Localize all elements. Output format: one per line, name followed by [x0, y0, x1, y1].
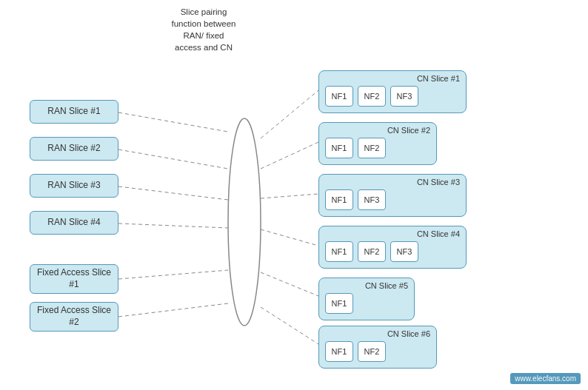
- nf-box-nf1-cn3: NF1: [325, 189, 353, 210]
- left-slice-fixed1: Fixed Access Slice #1: [30, 264, 118, 294]
- nf-box-nf3-cn4: NF3: [390, 241, 418, 262]
- nf-container-cn3: NF1NF3: [325, 189, 460, 210]
- nf-box-nf3-cn1: NF3: [390, 86, 418, 107]
- nf-box-nf1-cn5: NF1: [325, 293, 353, 314]
- cn-label-cn4: CN Slice #4: [325, 229, 460, 238]
- svg-line-7: [118, 223, 228, 228]
- left-slice-ran2: RAN Slice #2: [30, 137, 118, 161]
- nf-box-nf1-cn1: NF1: [325, 86, 353, 107]
- svg-line-4: [261, 142, 318, 169]
- svg-line-10: [261, 272, 318, 296]
- left-slice-ran4: RAN Slice #4: [30, 211, 118, 235]
- cn-label-cn2: CN Slice #2: [325, 126, 430, 135]
- svg-line-3: [118, 149, 228, 169]
- cn-slice-cn4: CN Slice #4NF1NF2NF3: [318, 226, 467, 269]
- svg-line-9: [118, 270, 228, 279]
- nf-container-cn2: NF1NF2: [325, 138, 430, 158]
- svg-line-11: [118, 303, 228, 317]
- cn-slice-cn6: CN Slice #6NF1NF2: [318, 326, 437, 369]
- svg-line-1: [118, 112, 228, 132]
- nf-container-cn6: NF1NF2: [325, 341, 430, 362]
- nf-container-cn1: NF1NF2NF3: [325, 86, 460, 107]
- cn-slice-cn3: CN Slice #3NF1NF3: [318, 174, 467, 217]
- cn-slice-cn2: CN Slice #2NF1NF2: [318, 122, 437, 165]
- nf-box-nf1-cn4: NF1: [325, 241, 353, 262]
- nf-box-nf2-cn6: NF2: [358, 341, 386, 362]
- left-slice-fixed2: Fixed Access Slice #2: [30, 302, 118, 332]
- nf-box-nf1-cn2: NF1: [325, 138, 353, 158]
- cn-slice-cn5: CN Slice #5NF1: [318, 278, 415, 320]
- svg-line-8: [261, 229, 318, 246]
- nf-container-cn5: NF1: [325, 293, 408, 314]
- cn-slice-cn1: CN Slice #1NF1NF2NF3: [318, 70, 467, 113]
- left-slice-ran3: RAN Slice #3: [30, 174, 118, 198]
- svg-line-2: [261, 90, 318, 138]
- nf-box-nf2-cn1: NF2: [358, 86, 386, 107]
- nf-box-nf3-cn3: NF3: [358, 189, 386, 210]
- cn-label-cn1: CN Slice #1: [325, 74, 460, 83]
- cn-label-cn5: CN Slice #5: [325, 281, 408, 290]
- diagram-area: Slice pairing function between RAN/ fixe…: [0, 0, 588, 390]
- nf-container-cn4: NF1NF2NF3: [325, 241, 460, 262]
- nf-box-nf2-cn2: NF2: [358, 138, 386, 158]
- nf-box-nf1-cn6: NF1: [325, 341, 353, 362]
- cn-label-cn3: CN Slice #3: [325, 178, 460, 186]
- svg-line-12: [261, 307, 318, 344]
- watermark: www.elecfans.com: [510, 373, 581, 384]
- cn-label-cn6: CN Slice #6: [325, 329, 430, 338]
- svg-line-5: [118, 186, 228, 200]
- svg-line-6: [261, 194, 318, 198]
- pairing-label: Slice pairing function between RAN/ fixe…: [170, 6, 237, 53]
- svg-point-0: [228, 118, 261, 326]
- nf-box-nf2-cn4: NF2: [358, 241, 386, 262]
- left-slice-ran1: RAN Slice #1: [30, 100, 118, 124]
